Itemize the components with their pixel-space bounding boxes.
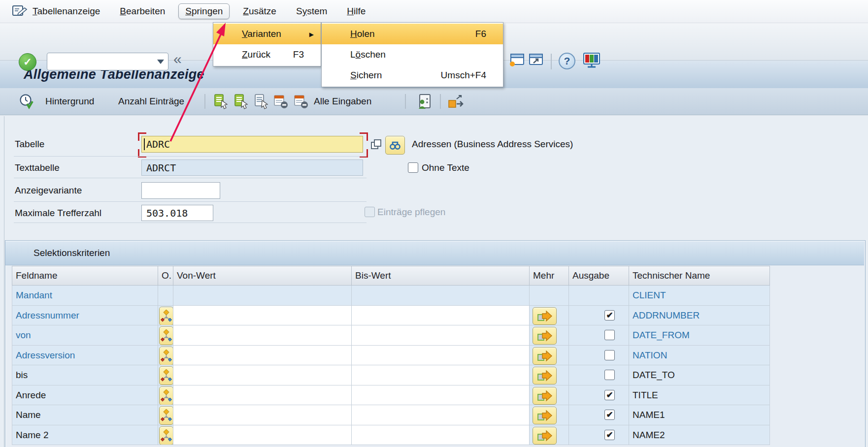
row-divider (14, 178, 367, 178)
von-wert-input[interactable] (173, 306, 351, 325)
technical-name[interactable]: ADDRNUMBER (629, 306, 770, 325)
von-wert-input[interactable] (173, 365, 351, 385)
von-wert-input[interactable] (173, 405, 351, 425)
ausgabe-checkbox[interactable]: ✔ (604, 430, 615, 440)
menu-item-label: Varianten (213, 29, 281, 39)
ausgabe-checkbox[interactable]: ✔ (604, 390, 615, 400)
technical-name[interactable]: DATE_FROM (629, 325, 770, 345)
option-cell (158, 385, 173, 405)
menu-system[interactable]: System (296, 6, 327, 17)
enter-check-icon[interactable]: ✓ (19, 53, 36, 71)
selection-option-button[interactable] (159, 366, 173, 385)
field-name-link[interactable]: Name 2 (12, 425, 158, 445)
selection-option-button[interactable] (159, 426, 173, 445)
menu-hilfe[interactable]: Hilfe (347, 6, 366, 17)
technical-name[interactable]: TITLE (629, 385, 770, 405)
von-wert-input[interactable] (173, 425, 351, 445)
field-name-link[interactable]: Mandant (12, 286, 158, 305)
menu-tabellenanzeige[interactable]: Tabellenanzeige (33, 6, 100, 17)
shortcut-window-icon[interactable] (528, 52, 544, 67)
possible-entries-icon[interactable] (369, 138, 383, 152)
layout-monitor-icon[interactable] (582, 52, 601, 69)
anzeigevariante-input[interactable] (141, 182, 220, 199)
select-block-icon[interactable] (213, 93, 230, 110)
delete-selection-icon[interactable] (272, 93, 289, 110)
bis-wert-input[interactable] (351, 325, 529, 345)
multiple-selection-button[interactable] (533, 307, 557, 325)
column-header-bis-wert: Bis-Wert (351, 266, 529, 285)
ausgabe-checkbox[interactable] (604, 330, 615, 340)
ausgabe-checkbox[interactable] (604, 370, 615, 380)
multiple-selection-button[interactable] (533, 407, 557, 424)
technical-name[interactable]: NATION (629, 346, 770, 365)
ausgabe-checkbox[interactable]: ✔ (604, 310, 615, 320)
von-wert-input[interactable] (173, 385, 351, 405)
bis-wert-input[interactable] (351, 365, 529, 385)
tabelle-input[interactable]: ADRC (141, 136, 363, 153)
varianten-item-l-schen[interactable]: Löschen (322, 44, 503, 65)
bis-wert-input[interactable] (351, 405, 529, 425)
command-dropdown-icon[interactable] (157, 60, 164, 64)
selection-option-button[interactable] (159, 406, 173, 425)
bis-wert-input[interactable] (351, 385, 529, 405)
field-name-link[interactable]: Adressversion (12, 346, 158, 365)
ohne-texte-checkbox[interactable] (408, 162, 418, 173)
technical-name[interactable]: CLIENT (629, 286, 770, 305)
form-window-icon[interactable] (12, 4, 28, 21)
max-trefferzahl-input[interactable]: 503.018 (141, 205, 213, 221)
application-toolbar: Hintergrund Anzahl Einträge (0, 88, 868, 115)
field-name-link[interactable]: bis (12, 365, 158, 385)
user-settings-icon[interactable] (415, 93, 434, 111)
anzahl-eintraege-button[interactable]: Anzahl Einträge (118, 88, 184, 115)
field-name-link[interactable]: Adressnummer (12, 306, 158, 325)
ausgabe-checkbox[interactable] (604, 350, 615, 360)
springen-item-varianten[interactable]: Varianten▶ (213, 24, 321, 44)
option-cell (158, 405, 173, 425)
selection-option-button[interactable] (159, 326, 173, 345)
hintergrund-button[interactable]: Hintergrund (45, 88, 94, 115)
option-cell (158, 306, 173, 325)
multiple-selection-button[interactable] (533, 427, 557, 445)
springen-menu: Varianten▶ZurückF3 (213, 22, 321, 66)
bis-wert-input[interactable] (351, 346, 529, 365)
multiple-selection-button[interactable] (533, 347, 557, 365)
technical-name[interactable]: NAME2 (629, 425, 770, 445)
technical-name[interactable]: NAME1 (629, 405, 770, 425)
field-name-link[interactable]: Anrede (12, 385, 158, 405)
command-field[interactable] (47, 53, 168, 70)
technical-name[interactable]: DATE_TO (629, 365, 770, 385)
selection-option-button[interactable] (159, 347, 173, 365)
menu-bearbeiten[interactable]: Bearbeiten (120, 6, 165, 17)
menu-springen[interactable]: Springen (178, 3, 230, 19)
field-name-link[interactable]: Name (12, 405, 158, 425)
ausgabe-checkbox[interactable]: ✔ (604, 410, 615, 420)
execute-clock-icon[interactable] (19, 93, 35, 110)
menu-zus-tze[interactable]: Zusätze (243, 6, 276, 17)
column-header-von-wert: Von-Wert (173, 266, 351, 285)
delete-all-selections-icon[interactable] (293, 93, 309, 110)
menu-shortcut: F3 (293, 44, 304, 65)
texttabelle-input[interactable]: ADRCT (141, 160, 363, 176)
multiple-selection-button[interactable] (533, 387, 557, 405)
springen-item-zur-ck[interactable]: ZurückF3 (213, 44, 321, 65)
search-binoculars-button[interactable] (385, 136, 405, 155)
bis-wert-input[interactable] (351, 425, 529, 445)
select-all-icon[interactable] (253, 93, 270, 110)
ohne-texte-label: Ohne Texte (422, 160, 469, 176)
export-icon[interactable] (446, 93, 466, 111)
collapse-toolbar-icon[interactable]: « (173, 51, 182, 67)
new-session-window-icon[interactable] (509, 52, 525, 67)
selection-option-button[interactable] (159, 307, 173, 325)
varianten-item-holen[interactable]: HolenF6 (322, 24, 503, 44)
multiple-selection-button[interactable] (533, 327, 557, 345)
bis-wert-input[interactable] (351, 306, 529, 325)
select-block-icon[interactable] (233, 93, 250, 110)
von-wert-input[interactable] (173, 346, 351, 365)
alle-eingaben-button[interactable]: Alle Eingaben (314, 88, 371, 115)
von-wert-input[interactable] (173, 325, 351, 345)
help-icon[interactable]: ? (559, 53, 575, 69)
field-name-link[interactable]: von (12, 325, 158, 345)
selection-option-button[interactable] (159, 386, 173, 405)
varianten-item-sichern[interactable]: SichernUmsch+F4 (322, 65, 503, 86)
multiple-selection-button[interactable] (533, 367, 557, 384)
